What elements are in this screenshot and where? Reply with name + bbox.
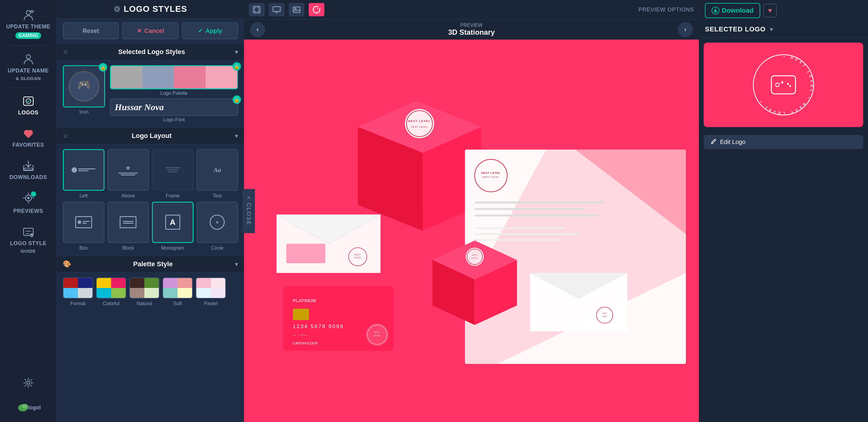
gaming-badge: GAMING: [16, 32, 41, 39]
colorful-swatch-box[interactable]: [96, 278, 126, 298]
palette-item-soft[interactable]: Soft: [162, 278, 193, 306]
svg-text:NEXT: NEXT: [602, 313, 607, 314]
pastel-swatch-box[interactable]: [196, 278, 226, 298]
sidebar-item-logo-style[interactable]: LOGO STYLE GUIDE: [0, 220, 57, 259]
text-icon: Aa: [213, 166, 221, 174]
sidebar-divider-2: [6, 88, 51, 88]
download-icon: [712, 7, 719, 14]
preview-canvas: NEXT LEVEL NEXT LEVEL NEXT LEVEL P: [244, 39, 699, 422]
sidebar-item-previews[interactable]: ✓ PREVIEWS: [0, 186, 57, 220]
preview-image-btn[interactable]: [289, 3, 304, 16]
layout-item-box[interactable]: Box: [63, 202, 104, 251]
next-preview-btn[interactable]: ›: [678, 22, 693, 37]
colorful-s2: [111, 278, 126, 288]
layout-item-left[interactable]: Left: [63, 149, 104, 199]
preview-3d-btn[interactable]: ♥: [309, 3, 324, 16]
svg-rect-62: [475, 239, 559, 240]
above-icon: ★: [116, 164, 140, 175]
logos-icon: [22, 95, 35, 108]
update-slogan-label: & SLOGAN: [16, 76, 41, 81]
layout-frame-label: Frame: [166, 193, 180, 199]
logobean-logo: logobean: [11, 395, 46, 419]
pastel-s2: [211, 278, 225, 288]
sidebar-item-logos[interactable]: LOGOS: [0, 89, 57, 121]
formal-swatch-box[interactable]: [63, 278, 93, 298]
palette-style-section-header[interactable]: 🎨 Palette Style ▾: [57, 256, 244, 272]
preview-options-label: PREVIEW OPTIONS: [639, 7, 694, 13]
layout-box-above[interactable]: ★: [107, 149, 149, 191]
downloads-label: DOWNLOADS: [9, 174, 47, 181]
layout-box-monogram[interactable]: A: [152, 202, 194, 243]
favorite-heart-button[interactable]: ♥: [763, 4, 777, 18]
palette-item-natural[interactable]: Natural: [129, 278, 159, 306]
preview-expand-btn[interactable]: [249, 3, 265, 16]
panel-header: ⚙ LOGO STYLES: [57, 0, 244, 18]
layout-box-left[interactable]: [63, 149, 104, 191]
svg-rect-59: [475, 215, 598, 217]
edit-logo-button[interactable]: Edit Logo: [704, 135, 863, 149]
font-lock-badge: 🔒: [232, 95, 241, 104]
preview-monitor-btn[interactable]: [269, 3, 284, 16]
cancel-button[interactable]: ✕ Cancel: [122, 22, 178, 39]
sidebar-item-update-name[interactable]: UPDATE NAME & SLOGAN: [0, 47, 57, 86]
image-icon: [292, 5, 301, 14]
logo-layout-section-title: Logo Layout: [132, 132, 172, 140]
layout-box-frame[interactable]: [152, 149, 194, 191]
layout-box-circle[interactable]: ★: [196, 202, 238, 243]
logo-style-guide-label: LOGO STYLE: [10, 240, 46, 247]
natural-s3: [130, 288, 144, 298]
section-star-icon: ☆: [63, 48, 68, 56]
svg-text:1234 5678 9098: 1234 5678 9098: [293, 323, 344, 329]
swatch-2: [143, 66, 174, 89]
download-button[interactable]: Download: [705, 3, 760, 18]
svg-text:NEXT LEVEL: NEXT LEVEL: [411, 126, 428, 128]
svg-point-79: [776, 83, 779, 87]
colorful-label: Colorful: [103, 301, 119, 306]
logo-layout-section-header[interactable]: ☆ Logo Layout ▾: [57, 127, 244, 144]
layout-item-above[interactable]: ★ Above: [107, 149, 149, 199]
close-panel-tab[interactable]: < CLOSE: [243, 189, 255, 233]
prev-preview-btn[interactable]: ‹: [250, 22, 265, 37]
natural-swatch-box[interactable]: [129, 278, 159, 298]
sidebar-item-update-theme[interactable]: UPDATE THEME GAMING: [0, 3, 57, 44]
svg-rect-60: [475, 228, 566, 229]
natural-s1: [130, 278, 144, 288]
layout-item-circle[interactable]: ★ Circle: [196, 202, 238, 251]
palette-item-formal[interactable]: Formal: [63, 278, 93, 306]
svg-point-28: [405, 109, 434, 138]
soft-swatch-box[interactable]: [162, 278, 193, 298]
pastel-s1: [196, 278, 211, 288]
sidebar-item-downloads[interactable]: DOWNLOADS: [0, 154, 57, 186]
sidebar: UPDATE THEME GAMING UPDATE NAME & SLOGAN…: [0, 0, 57, 422]
svg-point-0: [26, 10, 31, 15]
logo-font-box[interactable]: Hussar Nova: [110, 98, 238, 116]
svg-point-21: [295, 8, 296, 10]
layout-box-text[interactable]: Aa: [196, 149, 238, 191]
layout-box-label: Box: [80, 246, 88, 251]
selected-logo-section-header[interactable]: ☆ Selected Logo Styles ▾: [57, 43, 244, 60]
block-icon: [120, 216, 136, 228]
soft-s3: [163, 288, 178, 298]
reset-button[interactable]: Reset: [63, 22, 119, 39]
apply-button[interactable]: ✓ Apply: [182, 22, 238, 39]
selected-logo-section-title: Selected Logo Styles: [118, 48, 185, 56]
palette-item-colorful[interactable]: Colorful: [96, 278, 126, 306]
logo-style-details: 🔒 Logo Palette 🔒 Hussar Nova Logo Font: [110, 65, 238, 123]
layout-item-monogram[interactable]: A Monogram: [152, 202, 194, 251]
colorful-s3: [97, 288, 111, 298]
palette-item-pastel[interactable]: Pastel: [196, 278, 226, 306]
sidebar-item-settings[interactable]: [0, 371, 57, 395]
selected-logo-chevron[interactable]: ▾: [770, 26, 773, 33]
layout-box-box[interactable]: [63, 202, 104, 243]
layout-item-block[interactable]: Block: [107, 202, 149, 251]
layout-item-frame[interactable]: Frame: [152, 149, 194, 199]
logo-icon-box[interactable]: 🔒 🎮: [63, 65, 105, 107]
selected-logo-panel-title: SELECTED LOGO: [705, 25, 766, 33]
download-label: Download: [722, 7, 753, 14]
layout-box-block[interactable]: [107, 202, 149, 243]
favorites-label: FAVORITES: [12, 142, 44, 148]
layout-item-text[interactable]: Aa Text: [196, 149, 238, 199]
update-theme-label: UPDATE THEME: [6, 24, 51, 30]
logo-palette-box[interactable]: [110, 65, 238, 89]
sidebar-item-favorites[interactable]: FAVORITES: [0, 121, 57, 154]
